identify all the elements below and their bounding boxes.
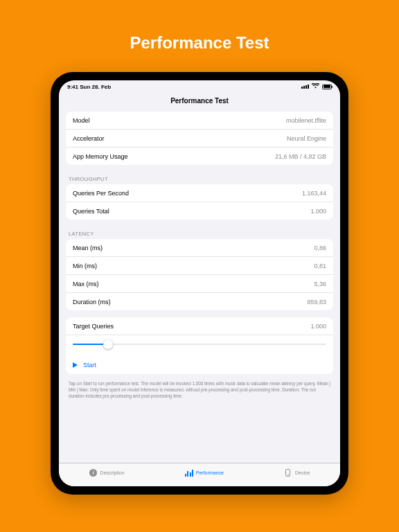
app-screen: 9:41 Sun 28. Feb Performance Test Model … bbox=[59, 80, 340, 486]
slider-thumb[interactable] bbox=[103, 339, 113, 349]
target-queries-slider-row bbox=[66, 335, 333, 356]
label-model: Model bbox=[73, 117, 90, 124]
nav-title: Performance Test bbox=[59, 93, 340, 112]
page-heading: Performance Test bbox=[130, 33, 269, 53]
value-queries-total: 1.000 bbox=[310, 208, 326, 215]
tab-device-label: Device bbox=[295, 470, 310, 475]
throughput-group: Queries Per Second 1.163,44 Queries Tota… bbox=[66, 184, 333, 220]
row-duration: Duration (ms) 859,83 bbox=[66, 293, 333, 310]
value-memory: 21,6 MB / 4,82 GB bbox=[275, 153, 326, 160]
row-memory[interactable]: App Memory Usage 21,6 MB / 4,82 GB bbox=[66, 148, 333, 165]
row-model[interactable]: Model mobilenet.tflite bbox=[66, 112, 333, 130]
row-max: Max (ms) 5,36 bbox=[66, 275, 333, 293]
header-throughput: THROUGHPUT bbox=[66, 172, 333, 184]
battery-icon bbox=[322, 85, 332, 89]
controls-group: Target Queries 1.000 Start bbox=[66, 317, 333, 374]
row-qps: Queries Per Second 1.163,44 bbox=[66, 184, 333, 202]
wifi-icon bbox=[312, 83, 319, 90]
tab-device[interactable]: Device bbox=[284, 469, 310, 477]
row-min: Min (ms) 0,81 bbox=[66, 257, 333, 275]
value-min: 0,81 bbox=[314, 263, 326, 269]
label-qps: Queries Per Second bbox=[73, 190, 129, 197]
start-label: Start bbox=[83, 362, 96, 369]
play-icon bbox=[73, 362, 78, 368]
value-duration: 859,83 bbox=[307, 299, 326, 305]
row-queries-total: Queries Total 1.000 bbox=[66, 202, 333, 220]
value-mean: 0,86 bbox=[314, 245, 326, 251]
status-time: 9:41 Sun 28. Feb bbox=[67, 84, 111, 90]
chart-icon bbox=[185, 469, 193, 477]
label-accelerator: Accelerator bbox=[73, 135, 105, 142]
device-frame: 9:41 Sun 28. Feb Performance Test Model … bbox=[51, 72, 348, 495]
device-icon bbox=[284, 469, 292, 477]
value-accelerator: Neural Engine bbox=[287, 135, 326, 142]
label-target-queries: Target Queries bbox=[73, 323, 114, 330]
info-icon: i bbox=[89, 469, 98, 477]
label-max: Max (ms) bbox=[73, 281, 99, 287]
signal-icon bbox=[301, 85, 309, 89]
info-group: Model mobilenet.tflite Accelerator Neura… bbox=[66, 112, 333, 165]
label-duration: Duration (ms) bbox=[73, 299, 111, 305]
tab-performance-label: Performance bbox=[196, 470, 224, 475]
tab-description[interactable]: i Description bbox=[89, 469, 125, 477]
value-qps: 1.163,44 bbox=[302, 190, 326, 197]
status-indicators bbox=[301, 83, 332, 90]
content-area: Model mobilenet.tflite Accelerator Neura… bbox=[59, 112, 340, 463]
row-mean: Mean (ms) 0,86 bbox=[66, 239, 333, 257]
label-memory: App Memory Usage bbox=[73, 153, 128, 160]
value-target-queries: 1.000 bbox=[310, 323, 326, 330]
target-queries-slider[interactable] bbox=[73, 339, 326, 349]
row-accelerator[interactable]: Accelerator Neural Engine bbox=[66, 130, 333, 148]
row-target-queries: Target Queries 1.000 bbox=[66, 317, 333, 335]
tab-performance[interactable]: Performance bbox=[185, 469, 224, 477]
latency-group: Mean (ms) 0,86 Min (ms) 0,81 Max (ms) 5,… bbox=[66, 239, 333, 310]
start-button[interactable]: Start bbox=[66, 356, 333, 374]
footnote-text: Tap on Start to run performance test. Th… bbox=[66, 381, 333, 403]
tab-bar: i Description Performance Device bbox=[59, 463, 340, 486]
status-bar: 9:41 Sun 28. Feb bbox=[59, 80, 340, 93]
header-latency: LATENCY bbox=[66, 227, 333, 239]
tab-description-label: Description bbox=[100, 470, 125, 475]
label-mean: Mean (ms) bbox=[73, 245, 103, 251]
label-queries-total: Queries Total bbox=[73, 208, 109, 215]
value-max: 5,36 bbox=[314, 281, 326, 287]
label-min: Min (ms) bbox=[73, 263, 97, 269]
value-model: mobilenet.tflite bbox=[286, 117, 326, 124]
